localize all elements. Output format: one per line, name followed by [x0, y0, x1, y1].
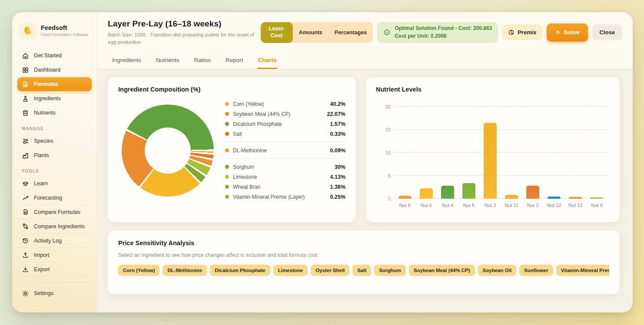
x-tick-label: Nut 13 [565, 203, 586, 208]
mode-segmented-control: Least-CostAmountsPercentages [261, 22, 373, 43]
bar-column [522, 107, 544, 199]
bar-nut-3[interactable] [484, 123, 497, 199]
legend-item: Dicalcium Phosphate1.57% [225, 119, 345, 129]
legend-dot-icon [225, 122, 229, 126]
sidebar-item-label: Compare Formulas [34, 209, 80, 215]
ingredient-chip-salt[interactable]: Salt [352, 265, 371, 276]
sidebar-item-dashboard[interactable]: Dashboard [17, 63, 92, 77]
bar-nut-5[interactable] [462, 183, 475, 199]
legend-label: Dicalcium Phosphate [233, 121, 326, 127]
sidebar-item-formulas[interactable]: Formulas [17, 77, 92, 91]
legend-value: 4.13% [330, 174, 345, 180]
y-tick-label: 0 [378, 196, 391, 201]
feedsoft-logo-icon [19, 22, 37, 39]
sidebar-item-activity-log[interactable]: Activity Log [17, 234, 92, 248]
sidebar-item-label: Activity Log [34, 238, 62, 244]
bar-nut-6[interactable] [420, 188, 433, 199]
bar-column [415, 107, 437, 199]
bar-nut-12[interactable] [548, 197, 561, 199]
bar-nut-9[interactable] [590, 197, 603, 199]
tab-charts[interactable]: Charts [257, 51, 278, 69]
legend-label: Limestone [233, 174, 326, 180]
home-icon [22, 52, 29, 59]
solution-status: Optimal Solution Found - Cost: 200.863 C… [377, 22, 498, 43]
sidebar-item-label: Export [34, 266, 50, 272]
sidebar-item-species[interactable]: Species [17, 134, 92, 148]
legend-dot-icon [225, 148, 229, 152]
sidebar-item-nutrients[interactable]: Nutrients [17, 106, 92, 120]
mode-option-amounts[interactable]: Amounts [293, 22, 329, 43]
sidebar-item-compare-formulas[interactable]: Compare Formulas [17, 205, 92, 219]
x-tick-label: Nut 12 [544, 203, 565, 208]
mode-option-least-cost[interactable]: Least-Cost [261, 22, 293, 43]
sidebar-item-plants[interactable]: Plants [17, 148, 92, 162]
ingredient-chip-oyster-shell[interactable]: Oyster Shell [311, 265, 349, 276]
ingredient-chip-sunflower[interactable]: Sunflower [519, 265, 553, 276]
bar-nut-13[interactable] [569, 197, 582, 199]
tab-report[interactable]: Report [225, 51, 244, 69]
play-icon [555, 30, 561, 36]
download-icon [22, 266, 29, 273]
ingredient-chip-sorghum[interactable]: Sorghum [374, 265, 405, 276]
x-tick-label: Nut 2 [522, 203, 544, 208]
legend-dot-icon [225, 195, 229, 199]
bar-card-title: Nutrient Levels [376, 86, 610, 93]
sidebar-item-label: Import [34, 252, 49, 258]
donut-card-title: Ingredient Composition (%) [118, 86, 345, 93]
bar-nut-4[interactable] [441, 186, 454, 199]
tab-nutrients[interactable]: Nutrients [155, 51, 180, 69]
legend-dot-icon [225, 102, 229, 106]
legend-label: DL-Methionine [233, 148, 326, 154]
ingredient-chip-dl-methionine[interactable]: DL-Methionine [163, 265, 207, 276]
legend-divider [225, 158, 345, 159]
bar-nut-2[interactable] [526, 186, 539, 199]
close-button[interactable]: Close [592, 24, 622, 40]
solve-label: Solve [564, 29, 580, 36]
sidebar-item-compare-ingredients[interactable]: Compare Ingredients [17, 220, 92, 233]
sidebar-item-label: Get Started [34, 53, 62, 59]
database-icon [22, 109, 29, 117]
title-block: Layer Pre-Lay (16–18 weeks) Batch Size: … [108, 19, 256, 46]
sidebar-item-import[interactable]: Import [17, 248, 92, 262]
ingredient-chip-corn-yellow-[interactable]: Corn (Yellow) [118, 265, 159, 276]
ingredient-chip-limestone[interactable]: Limestone [273, 265, 308, 276]
bar-column [501, 107, 522, 199]
app-tagline: Feed Formulation Software [41, 33, 88, 37]
sidebar-item-get-started[interactable]: Get Started [17, 49, 92, 62]
ingredient-chip-vitamin-mineral-premix-layer-[interactable]: Vitamin-Mineral Premix (Layer) [556, 265, 609, 276]
trend-up-icon [22, 194, 29, 201]
factory-icon [22, 152, 29, 159]
sidebar-item-ingredients[interactable]: Ingredients [17, 92, 92, 105]
bar-nut-11[interactable] [505, 195, 518, 199]
sidebar-item-learn[interactable]: Learn [17, 177, 92, 190]
premix-button[interactable]: Premix [502, 24, 542, 40]
tab-ratios[interactable]: Ratios [193, 51, 212, 69]
bar-column [586, 107, 607, 199]
sidebar-item-forecasting[interactable]: Forecasting [17, 191, 92, 205]
legend-item: Wheat Bran1.36% [225, 182, 345, 192]
tab-ingredients[interactable]: Ingredients [111, 51, 142, 69]
legend-item: Salt0.33% [225, 129, 345, 139]
legend-value: 1.57% [330, 121, 345, 127]
mode-option-percentages[interactable]: Percentages [329, 22, 373, 43]
ingredient-chip-dicalcium-phosphate[interactable]: Dicalcium Phosphate [210, 265, 270, 276]
status-line2: Cost per Unit: 0.2008 [395, 33, 492, 40]
ingredient-chip-soybean-oil[interactable]: Soybean Oil [478, 265, 516, 276]
sidebar-item-label: Dashboard [34, 67, 60, 73]
price-sensitivity-card: Price Sensitivity Analysis Select an ing… [108, 231, 620, 294]
y-tick-label: 20 [378, 104, 391, 109]
close-label: Close [600, 29, 615, 36]
donut-chart [122, 105, 214, 197]
sidebar-item-export[interactable]: Export [17, 263, 92, 276]
graduation-cap-icon [22, 180, 29, 187]
legend-value: 0.09% [330, 148, 345, 154]
bar-nut-8[interactable] [398, 196, 412, 199]
ingredient-chip-soybean-meal-44-cp-[interactable]: Soybean Meal (44% CP) [409, 265, 475, 276]
x-tick-label: Nut 11 [501, 203, 522, 208]
history-icon [22, 237, 29, 244]
sidebar-item-label: Species [34, 138, 53, 144]
sidebar-item-settings[interactable]: Settings [17, 286, 92, 300]
page-title: Layer Pre-Lay (16–18 weeks) [108, 19, 256, 29]
solve-button[interactable]: Solve [547, 23, 588, 42]
sidebar-sections: MANAGESpeciesPlantsTOOLSLearnForecasting… [17, 126, 92, 276]
